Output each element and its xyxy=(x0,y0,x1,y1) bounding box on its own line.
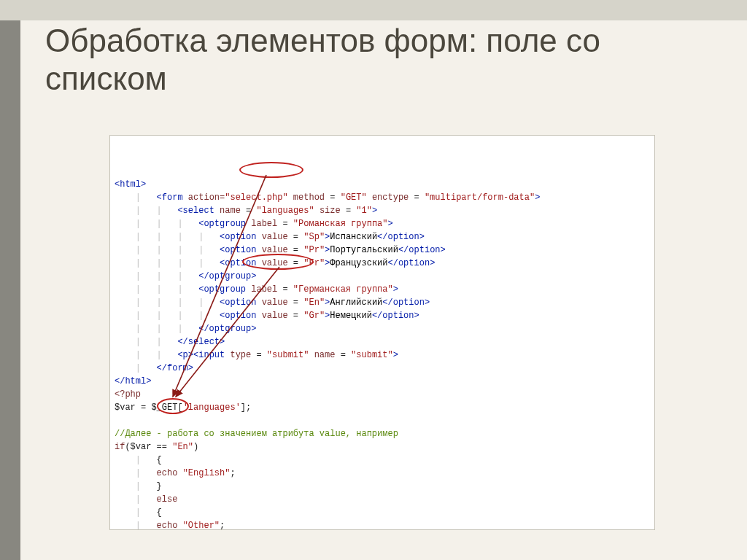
annotation-circle-languages xyxy=(239,162,303,178)
code-content: <html> | <form action="select.php" metho… xyxy=(110,136,654,530)
slide-title: Обработка элементов форм: поле со списко… xyxy=(45,22,718,98)
code-screenshot: <html> | <form action="select.php" metho… xyxy=(109,135,655,530)
annotation-circle-en xyxy=(157,398,189,414)
annotation-circle-value-en xyxy=(242,254,314,270)
slide: Обработка элементов форм: поле со списко… xyxy=(0,0,747,560)
